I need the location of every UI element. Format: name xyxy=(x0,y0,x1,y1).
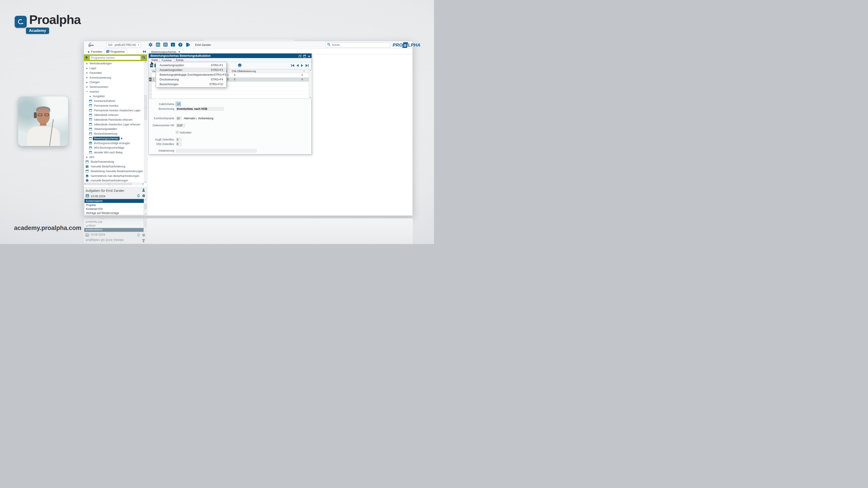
search-input[interactable] xyxy=(332,43,388,47)
scroll-left-icon[interactable]: ◀ xyxy=(84,183,86,185)
row-selector[interactable] xyxy=(149,82,152,86)
tab-programme[interactable]: Programme xyxy=(104,49,127,55)
tree-item[interactable]: ▶Ausgaben xyxy=(84,94,144,99)
zeilennummer-hk-field[interactable]: 1110 xyxy=(176,123,185,127)
menu-item[interactable]: BezeichnungenSTRG+F10 xyxy=(156,82,226,87)
cell-initialisierung[interactable]: 0 xyxy=(296,78,303,80)
chevron-right-icon[interactable]: ▶ xyxy=(86,156,88,158)
window-single-icon[interactable] xyxy=(156,42,160,47)
cell-initialisierung[interactable]: 0 xyxy=(296,74,303,76)
task-list-item[interactable]: Projekte xyxy=(85,203,144,207)
scrollbar-thumb[interactable]: ≡ xyxy=(145,204,147,209)
next-record-icon[interactable] xyxy=(301,64,304,68)
chevron-right-icon[interactable]: ▶ xyxy=(86,67,88,69)
tree-item[interactable]: Sammeldruck man Bedarfsanforderungen xyxy=(84,173,144,178)
first-record-icon[interactable] xyxy=(291,64,294,68)
menu-item[interactable]: AuswertungszeilenSTRG+F2 xyxy=(156,68,226,72)
menu-extras[interactable]: Extras xyxy=(174,58,185,62)
menu-funktion[interactable]: Funktion xyxy=(160,58,174,62)
row-selector[interactable] xyxy=(149,95,152,99)
tree-item[interactable]: Bestandsbewertung xyxy=(84,131,144,136)
chevron-right-icon[interactable]: ▶ xyxy=(86,63,88,65)
scroll-up-icon[interactable]: ▲ xyxy=(310,69,311,71)
program-search-input[interactable] xyxy=(90,56,141,60)
cell-var[interactable] xyxy=(152,95,159,99)
collapse-sidebar-icon[interactable] xyxy=(143,50,146,54)
chevron-right-icon[interactable]: ▶ xyxy=(86,76,88,78)
task-list-item[interactable]: Verträge auf Wiedervorlage xyxy=(85,211,144,215)
tasks-scrollbar[interactable]: ▲ ≡ ▼ xyxy=(144,199,147,215)
grid-scrollbar[interactable]: ▲ ▼ xyxy=(309,69,312,98)
tree-item[interactable]: ▶Seriennummern xyxy=(84,85,144,90)
tree-item[interactable]: aktuelle WIA nach Beleg xyxy=(84,150,144,155)
tree-item[interactable]: Buchungsvorschläge erzeugen xyxy=(84,141,144,145)
company-select[interactable]: 110 - proELECTRO AG ▼ xyxy=(106,42,141,47)
user-person-icon[interactable] xyxy=(142,188,145,193)
tree-item[interactable]: Abwertungstabellen xyxy=(84,127,144,131)
menu-item[interactable]: DrucksteuerungSTRG+F4 xyxy=(156,77,226,82)
window-split-icon[interactable] xyxy=(163,42,168,47)
bezeichnung-field[interactable]: Inventurbew. nach HGB xyxy=(176,107,224,111)
kalkschema-field[interactable]: 10 xyxy=(176,102,181,106)
row-selector[interactable] xyxy=(149,90,152,94)
grid-splitter-handle[interactable]: < xyxy=(303,70,305,72)
chevron-right-icon[interactable]: ▶ xyxy=(86,81,88,84)
tree-item[interactable]: Istbestände chaotisches Lager erfassen xyxy=(84,122,144,127)
panel-splitter-handle[interactable]: ········· xyxy=(84,185,144,187)
tree-item[interactable]: Inventuraufnahme xyxy=(84,99,144,103)
column-header-initialisierung[interactable]: Initialisierung xyxy=(241,70,256,72)
previous-record-icon[interactable] xyxy=(296,64,299,68)
nullzeilen-checkbox[interactable]: ✓ xyxy=(176,131,179,133)
close-tab-icon[interactable]: ✕ xyxy=(178,51,180,53)
refresh-icon[interactable] xyxy=(137,194,140,198)
global-search[interactable] xyxy=(326,42,390,47)
run-program-icon[interactable] xyxy=(86,56,88,60)
scroll-up-icon[interactable]: ▲ xyxy=(145,61,147,63)
tree-item[interactable]: ▶MIS xyxy=(84,155,144,160)
tasks-settings-gear-icon[interactable] xyxy=(142,194,145,198)
program-search-icon[interactable] xyxy=(142,56,146,60)
settings-gear-icon[interactable] xyxy=(148,42,153,47)
task-list-item[interactable]: Kontenstamm xyxy=(85,199,144,203)
menu-item[interactable]: AuswertungsspaltenSTRG+F1 xyxy=(156,63,226,68)
tree-item[interactable]: ▶Packmittel xyxy=(84,70,144,75)
task-list-item[interactable]: Kostenart KSt xyxy=(85,207,144,211)
scroll-down-icon[interactable]: ▼ xyxy=(145,213,147,215)
scroll-up-icon[interactable]: ▲ xyxy=(145,199,147,200)
tree-item[interactable]: Bewertungsschemas★ xyxy=(84,136,144,141)
tree-item[interactable]: Bedarfsverwendung xyxy=(84,160,144,164)
cell-var[interactable] xyxy=(152,90,159,94)
tab-favoriten[interactable]: ★ Favoriten xyxy=(84,49,105,55)
dstl-zeilenbez-field[interactable]: 0 xyxy=(176,142,182,146)
logout-icon[interactable] xyxy=(185,42,190,47)
tree-item[interactable]: Istbestände erfassen xyxy=(84,113,144,118)
tree-item[interactable]: manuelle Bedarfsanforderungen xyxy=(84,178,144,183)
koaverdvariante-field[interactable]: 10 xyxy=(176,116,182,121)
help-icon[interactable]: ? xyxy=(178,42,183,47)
scroll-right-icon[interactable]: ▶ xyxy=(143,183,144,185)
scrollbar-thumb[interactable]: ≡ xyxy=(145,95,147,120)
cell-dstl-zlbe[interactable]: 0 xyxy=(230,78,235,80)
tree-item[interactable]: $manuelle Bedarfsanforderung xyxy=(84,164,144,169)
tree-item[interactable]: ▶Lager xyxy=(84,66,144,71)
tree-item[interactable]: Bearbeitung manuelle Bedarfsanforderunge… xyxy=(84,169,144,174)
column-header-dstl-zlbe[interactable]: DStl ZlBe xyxy=(232,70,242,72)
cell-dstl-zlbe[interactable]: 0 xyxy=(230,74,235,76)
initialisierung-field[interactable] xyxy=(176,149,257,153)
scroll-down-icon[interactable]: ▼ xyxy=(145,181,147,183)
azgb-zeilenbez-field[interactable]: 0 xyxy=(176,138,182,142)
chevron-down-icon[interactable]: ▼ xyxy=(86,91,88,93)
tree-item[interactable]: WIA-Buchungsvorschläge xyxy=(84,145,144,150)
tree-item[interactable]: Permanente Inventur xyxy=(84,103,144,108)
tree-item[interactable]: ▶Chargen xyxy=(84,80,144,85)
grid-row[interactable] xyxy=(149,95,309,99)
tree-item[interactable]: ▶Kommissionierung xyxy=(84,75,144,80)
row-selector[interactable]: ▶ xyxy=(149,77,152,82)
print-icon[interactable] xyxy=(238,64,242,68)
tasks-date-value[interactable]: 10.09.2024 xyxy=(91,195,105,198)
scroll-down-icon[interactable]: ▼ xyxy=(310,97,311,98)
tree-vertical-scrollbar[interactable]: ▲ ≡ ▼ xyxy=(144,61,147,183)
tree-item[interactable]: Permanente Inventur chaotisches Lager xyxy=(84,108,144,113)
close-window-icon[interactable]: ✕ xyxy=(308,55,310,58)
row-selector[interactable] xyxy=(149,73,152,77)
